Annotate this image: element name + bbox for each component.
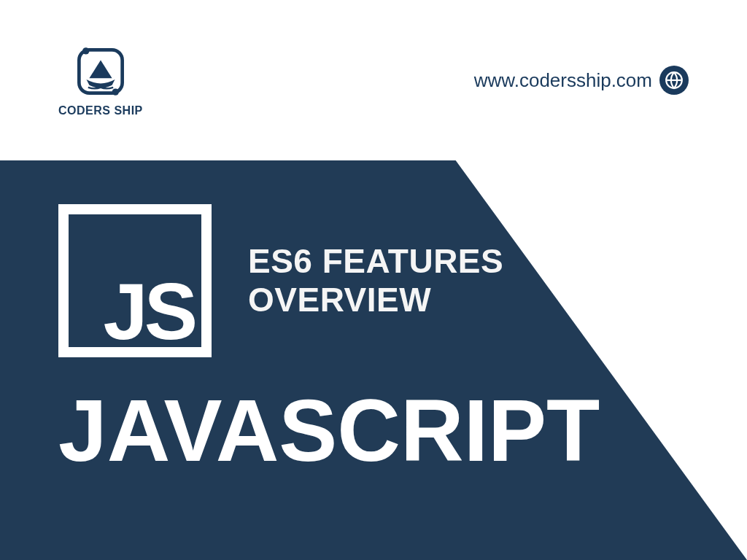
website-link[interactable]: www.codersship.com [474,66,689,95]
hero-row: JS ES6 FEATURES OVERVIEW [58,204,689,357]
hero-content: JS ES6 FEATURES OVERVIEW JAVASCRIPT [0,160,747,560]
hero-panel: JS ES6 FEATURES OVERVIEW JAVASCRIPT [0,160,747,560]
js-badge: JS [58,204,212,357]
brand-name: CODERS SHIP [58,104,143,117]
globe-icon [659,66,689,95]
website-url-text: www.codersship.com [474,69,652,92]
headline-line-2: OVERVIEW [248,281,503,319]
brand-logo: CODERS SHIP [58,43,143,117]
svg-point-1 [82,47,89,54]
hero-headline: ES6 FEATURES OVERVIEW [248,242,503,319]
js-badge-text: JS [103,271,194,351]
headline-line-1: ES6 FEATURES [248,242,503,281]
header-bar: CODERS SHIP www.codersship.com [0,0,747,160]
ship-logo-icon [72,43,129,100]
svg-point-2 [112,88,118,95]
hero-title: JAVASCRIPT [58,386,689,474]
